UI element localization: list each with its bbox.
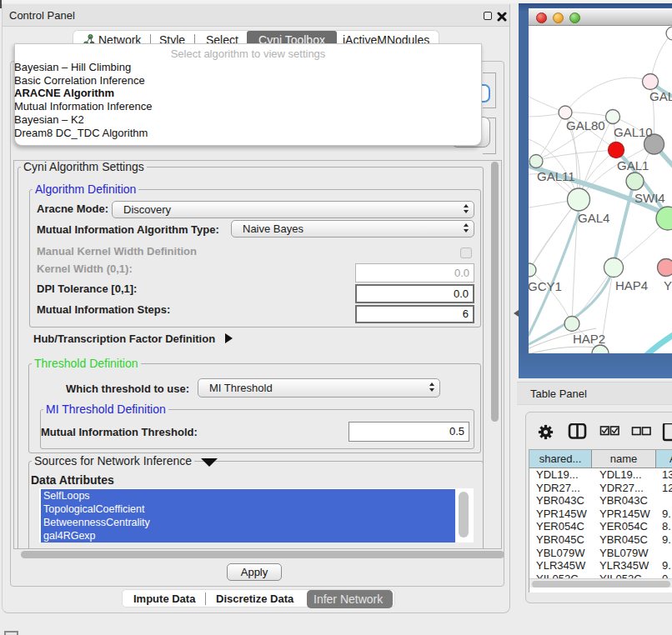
svg-text:HAP2: HAP2 <box>573 332 605 346</box>
svg-text:Y: Y <box>664 278 672 292</box>
svg-text:SWI4: SWI4 <box>634 191 665 205</box>
svg-text:GAL7: GAL7 <box>649 89 672 103</box>
svg-text:GCY1: GCY1 <box>529 279 562 293</box>
svg-text:GAL1: GAL1 <box>617 158 649 172</box>
svg-text:GAL4: GAL4 <box>578 211 609 225</box>
svg-text:GAL10: GAL10 <box>614 125 653 139</box>
svg-text:HAP4: HAP4 <box>615 278 648 292</box>
svg-text:GAL11: GAL11 <box>537 169 575 183</box>
svg-text:GAL80: GAL80 <box>566 118 605 132</box>
